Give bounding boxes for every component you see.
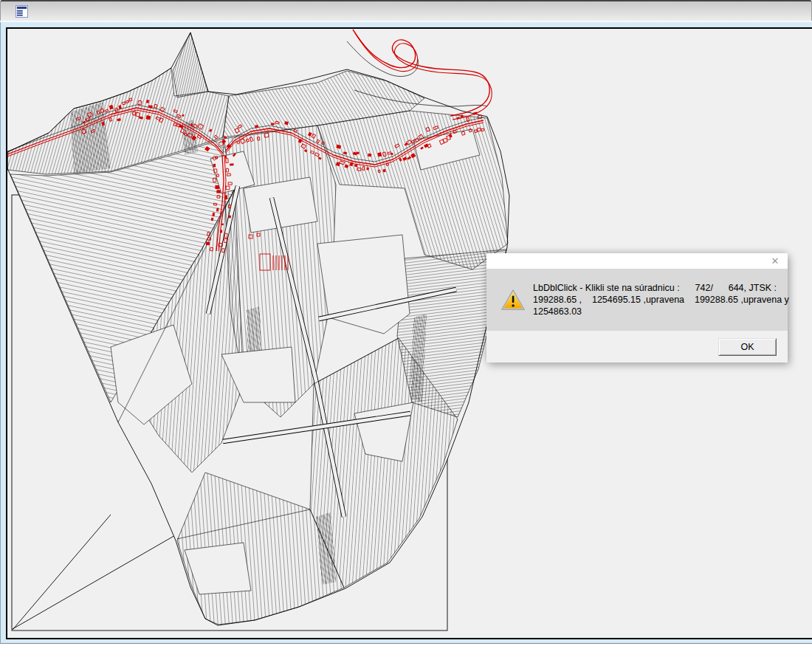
- dialog-footer: OK: [486, 331, 788, 362]
- message-dialog: ✕ LbDblClick - Klikli ste na súradnicu :…: [486, 253, 788, 362]
- map-parcels: [7, 32, 509, 625]
- window-frame-top: [0, 22, 812, 27]
- application-window: ✕ LbDblClick - Klikli ste na súradnicu :…: [0, 0, 812, 646]
- dialog-message-line: LbDblClick - Klikli ste na súradnicu : 7…: [533, 282, 789, 294]
- dialog-message: LbDblClick - Klikli ste na súradnicu : 7…: [533, 282, 789, 317]
- window-frame-bottom: [0, 639, 812, 644]
- dialog-message-line: 199288.65 , 1254695.15 ,upravena 199288.…: [533, 294, 789, 306]
- dialog-body: LbDblClick - Klikli ste na súradnicu : 7…: [486, 269, 788, 331]
- window-frame-left: [0, 27, 6, 639]
- window-titlebar: [0, 0, 812, 21]
- window-list-icon[interactable]: [16, 5, 28, 18]
- ok-button[interactable]: OK: [718, 338, 777, 356]
- dialog-titlebar: ✕: [486, 253, 788, 269]
- dialog-message-line: 1254863.03: [533, 306, 789, 317]
- warning-icon: [500, 289, 526, 311]
- dialog-close-button[interactable]: ✕: [769, 255, 781, 267]
